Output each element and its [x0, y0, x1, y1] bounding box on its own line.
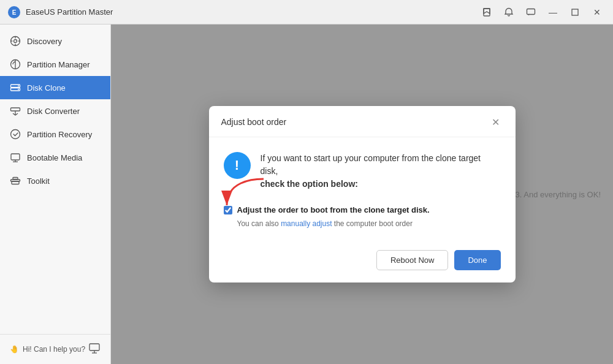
- sidebar-item-bootable-media[interactable]: Bootable Media: [0, 146, 110, 169]
- info-row: ! If you want to start up your computer …: [224, 152, 501, 191]
- chat-emoji: 🤚: [10, 345, 19, 354]
- svg-text:E: E: [12, 9, 17, 16]
- done-button[interactable]: Done: [454, 250, 500, 270]
- checkbox-label[interactable]: Adjust the order to boot from the clone …: [237, 205, 430, 214]
- sidebar-label-disk-converter: Disk Converter: [27, 107, 80, 116]
- sidebar-item-disk-converter[interactable]: Disk Converter: [0, 99, 110, 123]
- app-title: EaseUS Partition Master: [26, 7, 478, 17]
- sidebar-item-partition-manager[interactable]: Partition Manager: [0, 53, 110, 76]
- toolkit-icon: [10, 175, 21, 186]
- sidebar-label-disk-clone: Disk Clone: [27, 83, 66, 93]
- disk-converter-icon: [10, 105, 21, 116]
- sidebar-item-disk-clone[interactable]: Disk Clone: [0, 76, 110, 99]
- content-area: rom Disk 3. And everything is OK! Adjust…: [111, 25, 613, 364]
- svg-rect-2: [484, 9, 490, 16]
- sidebar-label-partition-recovery: Partition Recovery: [27, 130, 92, 139]
- manually-adjust-link[interactable]: manually adjust: [281, 219, 332, 228]
- svg-rect-24: [13, 178, 18, 180]
- partition-recovery-icon: [10, 129, 21, 140]
- boot-order-checkbox[interactable]: [224, 206, 232, 214]
- info-icon: !: [224, 152, 251, 179]
- svg-point-6: [14, 40, 17, 43]
- sidebar-nav: Discovery Partition Manager: [0, 25, 110, 334]
- svg-rect-17: [11, 108, 20, 111]
- maximize-btn[interactable]: [566, 4, 584, 21]
- svg-rect-4: [572, 9, 578, 15]
- checkbox-row: Adjust the order to boot from the clone …: [224, 205, 501, 214]
- sidebar-label-bootable-media: Bootable Media: [27, 153, 82, 162]
- modal-close-button[interactable]: ✕: [489, 115, 503, 129]
- notification-btn[interactable]: [500, 4, 517, 21]
- modal-header: Adjust boot order ✕: [209, 106, 516, 137]
- bootable-media-icon: [10, 152, 21, 163]
- disk-clone-icon: [10, 82, 21, 93]
- discovery-icon: [10, 36, 21, 47]
- svg-point-15: [18, 85, 19, 86]
- sidebar-item-toolkit[interactable]: Toolkit: [0, 169, 110, 192]
- modal-dialog: Adjust boot order ✕ ! If you want to sta…: [209, 106, 516, 282]
- svg-rect-26: [89, 344, 99, 351]
- sidebar-label-discovery: Discovery: [27, 37, 62, 46]
- sidebar-footer: 🤚 Hi! Can I help you?: [0, 334, 110, 364]
- partition-manager-icon: [10, 59, 21, 70]
- title-bar: E EaseUS Partition Master — ✕: [0, 0, 613, 25]
- modal-overlay: Adjust boot order ✕ ! If you want to sta…: [111, 25, 613, 364]
- bookmark-btn[interactable]: [478, 4, 495, 21]
- sidebar-label-toolkit: Toolkit: [27, 176, 50, 186]
- sub-text: You can also manually adjust the compute…: [237, 219, 501, 228]
- info-text: If you want to start up your computer fr…: [261, 152, 501, 191]
- sidebar-label-partition-manager: Partition Manager: [27, 60, 90, 69]
- sidebar-item-discovery[interactable]: Discovery: [0, 29, 110, 53]
- footer-chat: 🤚 Hi! Can I help you?: [10, 345, 85, 354]
- svg-rect-20: [11, 154, 20, 160]
- modal-title: Adjust boot order: [221, 117, 287, 127]
- window-controls: — ✕: [478, 4, 606, 21]
- footer-chat-text: Hi! Can I help you?: [23, 345, 85, 354]
- main-layout: Discovery Partition Manager: [0, 25, 613, 364]
- info-heading: If you want to start up your computer fr…: [261, 153, 481, 189]
- monitor-icon[interactable]: [88, 342, 101, 357]
- close-btn[interactable]: ✕: [588, 4, 606, 21]
- svg-point-16: [18, 89, 19, 90]
- app-logo: E: [7, 6, 21, 19]
- modal-footer: Reboot Now Done: [209, 240, 516, 282]
- sidebar-item-partition-recovery[interactable]: Partition Recovery: [0, 123, 110, 146]
- svg-rect-3: [527, 9, 535, 14]
- reboot-now-button[interactable]: Reboot Now: [376, 250, 449, 270]
- svg-rect-25: [12, 181, 19, 184]
- sidebar: Discovery Partition Manager: [0, 25, 111, 364]
- feedback-btn[interactable]: [522, 4, 539, 21]
- svg-point-19: [11, 130, 20, 139]
- sub-text-suffix: the computer boot order: [332, 219, 413, 228]
- modal-body: ! If you want to start up your computer …: [209, 137, 516, 240]
- sub-text-prefix: You can also: [237, 219, 281, 228]
- minimize-btn[interactable]: —: [544, 4, 562, 21]
